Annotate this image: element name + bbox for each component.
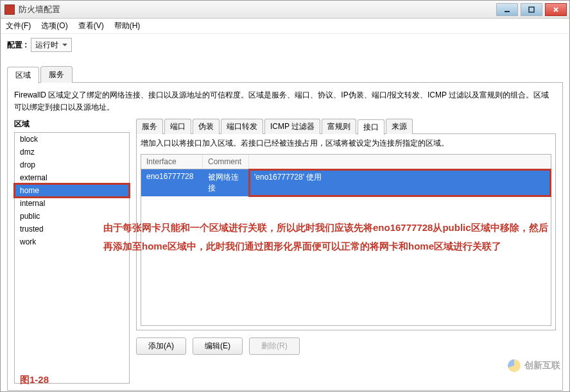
figure-label: 图1-28 (20, 374, 49, 386)
zone-detail-column: 服务端口伪装端口转发ICMP 过滤器富规则接口来源 增加入口以将接口加入区域。若… (136, 119, 556, 355)
app-icon (4, 4, 15, 15)
zones-section: 区域 blockdmzdropexternalhomeinternalpubli… (14, 119, 556, 384)
menubar: 文件(F) 选项(O) 查看(V) 帮助(H) (1, 19, 569, 34)
menu-help[interactable]: 帮助(H) (114, 21, 141, 31)
interface-panel: 增加入口以将接口加入区域。若接口已经被连接占用，区域将被设定为连接所指定的区域。… (136, 133, 556, 330)
zone-item-public[interactable]: public (15, 210, 129, 223)
inner-tab-0[interactable]: 服务 (136, 119, 163, 134)
titlebar: 防火墙配置 (1, 1, 569, 19)
config-select[interactable]: 运行时 (31, 38, 72, 52)
zone-item-trusted[interactable]: trusted (15, 223, 129, 235)
zone-item-drop[interactable]: drop (15, 158, 129, 171)
td-comment: 被网络连接 (203, 169, 249, 196)
config-label: 配置 : (7, 40, 27, 51)
th-comment[interactable]: Comment (203, 155, 249, 169)
interface-table-body: eno16777728 被网络连接 'eno16777728' 使用 (141, 169, 551, 326)
zones-description: FirewallD 区域定义了绑定的网络连接、接口以及源地址的可信程度。区域是服… (14, 89, 556, 114)
menu-file[interactable]: 文件(F) (6, 21, 31, 31)
config-select-value: 运行时 (35, 40, 58, 51)
svg-rect-1 (529, 7, 534, 12)
maximize-button[interactable] (521, 3, 542, 16)
window-title: 防火墙配置 (19, 4, 494, 15)
td-usage: 'eno16777728' 使用 (249, 169, 551, 196)
interface-buttons: 添加(A) 编辑(E) 删除(R) (136, 337, 556, 355)
remove-button: 删除(R) (249, 337, 300, 355)
add-button[interactable]: 添加(A) (136, 337, 186, 355)
top-tabs-wrap: 区域 服务 FirewallD 区域定义了绑定的网络连接、接口以及源地址的可信程… (1, 56, 569, 391)
config-row: 配置 : 运行时 (1, 34, 569, 56)
zone-item-internal[interactable]: internal (15, 197, 129, 210)
watermark-text: 创新互联 (524, 360, 560, 371)
minimize-button[interactable] (496, 3, 518, 16)
svg-rect-0 (505, 11, 510, 12)
zone-item-dmz[interactable]: dmz (15, 146, 129, 158)
inner-tab-6[interactable]: 接口 (358, 119, 384, 135)
menu-options[interactable]: 选项(O) (41, 21, 67, 31)
th-spacer (249, 155, 551, 169)
th-interface[interactable]: Interface (141, 155, 203, 169)
inner-tab-5[interactable]: 富规则 (322, 119, 356, 134)
tab-zones[interactable]: 区域 (7, 67, 39, 83)
interface-hint: 增加入口以将接口加入区域。若接口已经被连接占用，区域将被设定为连接所指定的区域。 (141, 138, 551, 149)
inner-tab-2[interactable]: 伪装 (193, 119, 220, 134)
watermark: 创新互联 (508, 359, 560, 372)
interface-table-head: Interface Comment (141, 154, 551, 169)
watermark-logo-icon (508, 359, 521, 372)
top-tabs-row: 区域 服务 (7, 66, 563, 83)
inner-tab-3[interactable]: 端口转发 (221, 119, 263, 134)
zone-list[interactable]: blockdmzdropexternalhomeinternalpublictr… (14, 132, 130, 384)
zones-panel: FirewallD 区域定义了绑定的网络连接、接口以及源地址的可信程度。区域是服… (7, 82, 563, 391)
td-interface: eno16777728 (141, 169, 203, 196)
inner-tab-4[interactable]: ICMP 过滤器 (264, 119, 320, 134)
inner-tab-1[interactable]: 端口 (164, 119, 191, 134)
zone-item-work[interactable]: work (15, 235, 129, 248)
interface-row[interactable]: eno16777728 被网络连接 'eno16777728' 使用 (141, 169, 551, 196)
close-button[interactable] (545, 3, 567, 16)
inner-tabs-row: 服务端口伪装端口转发ICMP 过滤器富规则接口来源 (136, 119, 556, 134)
zone-title: 区域 (14, 119, 130, 130)
zone-column: 区域 blockdmzdropexternalhomeinternalpubli… (14, 119, 130, 384)
inner-tab-7[interactable]: 来源 (386, 119, 413, 134)
zone-item-external[interactable]: external (15, 171, 129, 184)
zone-item-home[interactable]: home (15, 184, 129, 197)
edit-button[interactable]: 编辑(E) (193, 337, 243, 355)
menu-view[interactable]: 查看(V) (78, 21, 104, 31)
tab-services[interactable]: 服务 (40, 66, 73, 83)
zone-item-block[interactable]: block (15, 133, 129, 146)
